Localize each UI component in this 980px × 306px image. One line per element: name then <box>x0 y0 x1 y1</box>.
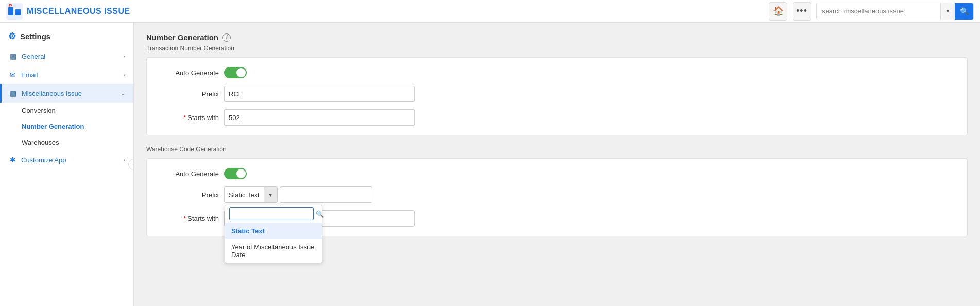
app-logo-icon: 3 <box>6 3 23 20</box>
prefix-select-arrow-icon: ▼ <box>264 187 277 202</box>
dropdown-search-icon: 🔍 <box>316 210 324 218</box>
chevron-right-icon: › <box>123 72 125 78</box>
sidebar-item-label: Miscellaneous Issue <box>22 90 115 97</box>
main-layout: ⚙ Settings ▤ General › ✉ Email › ▤ Misce… <box>0 23 980 306</box>
warehouse-auto-generate-toggle-wrap <box>224 168 247 179</box>
chevron-right-icon: › <box>123 53 125 59</box>
transaction-starts-with-label: *Starts with <box>157 114 219 122</box>
settings-header: ⚙ Settings <box>0 23 133 47</box>
transaction-prefix-input[interactable] <box>224 86 415 102</box>
sidebar-sub-item-number-generation[interactable]: Number Generation <box>0 118 133 134</box>
transaction-starts-with-row: *Starts with <box>157 109 957 126</box>
warehouse-card: Auto Generate Prefix Static Text ▼ <box>146 158 968 236</box>
dropdown-option-static-text[interactable]: Static Text <box>225 223 322 239</box>
sidebar-sub-item-warehouses[interactable]: Warehouses <box>0 134 133 150</box>
dropdown-search-wrap: 🔍 <box>225 205 322 223</box>
transaction-auto-generate-toggle[interactable] <box>224 67 247 78</box>
search-button[interactable]: 🔍 <box>955 3 973 20</box>
transaction-auto-generate-label: Auto Generate <box>157 69 219 77</box>
search-input[interactable] <box>817 3 940 20</box>
dropdown-search-input[interactable] <box>229 207 314 220</box>
app-logo: 3 MISCELLANEOUS ISSUE <box>6 3 130 20</box>
required-asterisk: * <box>183 114 186 122</box>
warehouse-section-label: Warehouse Code Generation <box>146 146 968 153</box>
dropdown-option-year-of-misc[interactable]: Year of Miscellaneous Issue Date <box>225 239 322 263</box>
transaction-prefix-row: Prefix <box>157 86 957 102</box>
warehouse-starts-with-label: *Starts with <box>157 215 219 223</box>
prefix-select-text: Static Text <box>225 191 264 199</box>
chevron-right-icon: › <box>123 157 125 163</box>
sidebar-sub-item-conversion[interactable]: Conversion <box>0 103 133 118</box>
sidebar-item-label: Email <box>21 71 118 79</box>
sidebar-item-miscellaneous-issue[interactable]: ▤ Miscellaneous Issue ⌄ <box>0 84 133 103</box>
prefix-dropdown-popup: 🔍 Static Text Year of Miscellaneous Issu… <box>225 205 322 263</box>
transaction-card: Auto Generate Prefix *Starts with <box>146 57 968 135</box>
email-icon: ✉ <box>10 71 16 79</box>
svg-rect-1 <box>8 7 13 15</box>
info-icon: i <box>222 33 231 42</box>
toggle-slider <box>224 168 247 179</box>
warehouse-prefix-text-input[interactable] <box>280 186 372 203</box>
chevron-down-icon: ⌄ <box>121 90 125 97</box>
warehouse-prefix-dropdown-wrap: Static Text ▼ 🔍 Static Text Year of Misc… <box>224 186 372 203</box>
transaction-auto-generate-toggle-wrap <box>224 67 247 78</box>
warehouse-prefix-row: Prefix Static Text ▼ 🔍 Static Text Ye <box>157 186 957 203</box>
warehouse-prefix-label: Prefix <box>157 191 219 199</box>
transaction-section-label: Transaction Number Generation <box>146 45 968 52</box>
search-dropdown-arrow[interactable]: ▼ <box>940 3 955 20</box>
sidebar-item-general[interactable]: ▤ General › <box>0 47 133 65</box>
svg-rect-2 <box>15 9 21 15</box>
toggle-slider <box>224 67 247 78</box>
search-wrap: ▼ 🔍 <box>816 3 974 20</box>
app-title: MISCELLANEOUS ISSUE <box>27 7 130 16</box>
transaction-prefix-label: Prefix <box>157 90 219 98</box>
sidebar: ⚙ Settings ▤ General › ✉ Email › ▤ Misce… <box>0 23 134 306</box>
gear-icon: ⚙ <box>8 31 16 42</box>
more-button[interactable]: ••• <box>793 2 811 21</box>
main-content: Number Generation i Transaction Number G… <box>134 23 980 306</box>
top-nav: 3 MISCELLANEOUS ISSUE 🏠 ••• ▼ 🔍 <box>0 0 980 23</box>
warehouse-auto-generate-toggle[interactable] <box>224 168 247 179</box>
warehouse-auto-generate-label: Auto Generate <box>157 170 219 178</box>
customize-app-icon: ✱ <box>10 156 16 164</box>
warehouse-auto-generate-row: Auto Generate <box>157 168 957 179</box>
sidebar-item-label: Customize App <box>21 156 118 164</box>
required-asterisk: * <box>183 215 186 223</box>
transaction-starts-with-input[interactable] <box>224 109 415 126</box>
home-button[interactable]: 🏠 <box>769 2 787 21</box>
page-title-row: Number Generation i <box>146 33 968 42</box>
sidebar-item-email[interactable]: ✉ Email › <box>0 65 133 84</box>
sidebar-item-label: General <box>22 53 118 60</box>
general-icon: ▤ <box>10 52 16 60</box>
transaction-auto-generate-row: Auto Generate <box>157 67 957 78</box>
warehouse-prefix-select[interactable]: Static Text ▼ 🔍 Static Text Year of Misc… <box>224 186 278 203</box>
search-icon: 🔍 <box>960 7 969 15</box>
page-title: Number Generation <box>146 33 218 42</box>
svg-text:3: 3 <box>10 4 11 7</box>
settings-label: Settings <box>20 32 50 41</box>
sidebar-item-customize-app[interactable]: ✱ Customize App › <box>0 150 133 169</box>
misc-issue-icon: ▤ <box>10 89 16 97</box>
